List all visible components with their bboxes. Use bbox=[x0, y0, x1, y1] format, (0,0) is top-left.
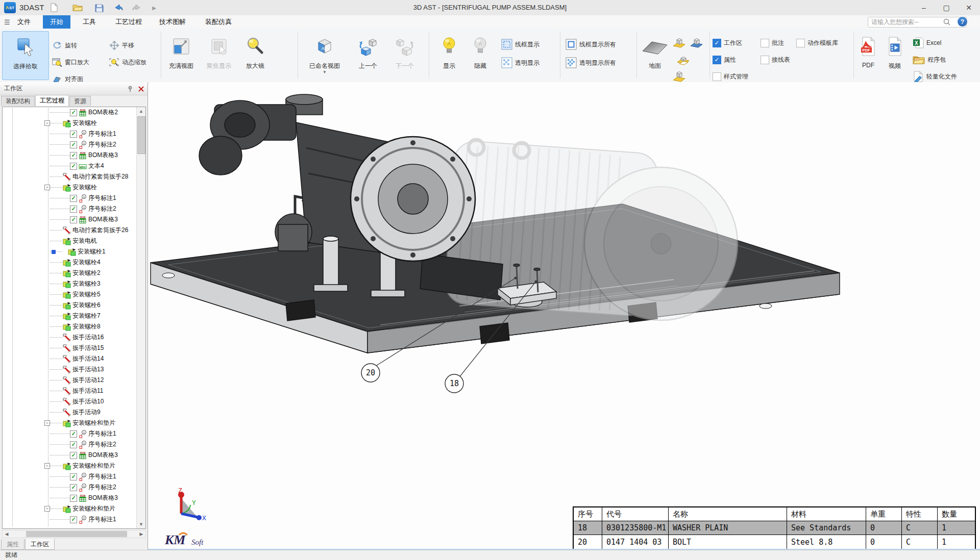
tree-item[interactable]: ✓BOMBOM表格3 bbox=[3, 493, 145, 503]
tree-item[interactable]: −安装螺栓和垫片 bbox=[3, 503, 145, 514]
tree-item[interactable]: ✓1序号标注2 bbox=[3, 139, 145, 150]
wireframe-display-button[interactable]: 线框显示 bbox=[501, 38, 540, 51]
workspace-checkbox[interactable]: ✓ 工作区 bbox=[713, 36, 742, 49]
export-pdf-button[interactable]: PDF PDF bbox=[856, 31, 880, 80]
tab-process-flow[interactable]: 工艺过程 bbox=[35, 95, 69, 106]
previous-view-button[interactable]: 上一个 bbox=[351, 31, 385, 80]
menu-toggle-icon[interactable]: ☰ bbox=[4, 18, 10, 26]
tree-expander[interactable]: − bbox=[44, 185, 50, 190]
export-video-button[interactable]: 视频 bbox=[882, 31, 908, 80]
close-button[interactable]: ✕ bbox=[958, 0, 980, 15]
tree-item-checkbox[interactable]: ✓ bbox=[70, 495, 77, 502]
rotate-button[interactable]: 旋转 bbox=[52, 39, 77, 52]
pin-icon[interactable] bbox=[127, 85, 135, 93]
tree-item[interactable]: 安装螺栓5 bbox=[3, 289, 145, 300]
tab-tech-illustration[interactable]: 技术图解 bbox=[152, 15, 193, 29]
tree-expander[interactable]: − bbox=[44, 120, 50, 126]
tree-item-checkbox[interactable]: ✓ bbox=[70, 195, 77, 202]
ground-style-embed-button[interactable] bbox=[676, 53, 691, 67]
focus-display-button[interactable]: 聚焦显示 bbox=[201, 31, 237, 80]
close-panel-icon[interactable] bbox=[137, 85, 145, 93]
tree-expander[interactable]: − bbox=[44, 420, 50, 426]
tree-item[interactable]: 安装螺栓2 bbox=[3, 268, 145, 278]
action-template-checkbox[interactable]: 动作模板库 bbox=[796, 36, 838, 49]
scroll-up-icon[interactable]: ▲ bbox=[137, 107, 145, 115]
dynamic-zoom-button[interactable]: 动态缩放 bbox=[109, 56, 146, 69]
pan-button[interactable]: 平移 bbox=[109, 39, 134, 52]
tab-process[interactable]: 工艺过程 bbox=[108, 15, 149, 29]
tree-item[interactable]: ✓BOMBOM表格3 bbox=[3, 214, 145, 225]
export-excel-button[interactable]: X Excel bbox=[913, 36, 941, 49]
tree-item-checkbox[interactable]: ✓ bbox=[70, 206, 77, 213]
tree-item[interactable]: 安装螺栓1 bbox=[3, 246, 145, 257]
tree-expander[interactable]: − bbox=[44, 506, 50, 512]
show-button[interactable]: 显示 bbox=[435, 31, 463, 80]
tree-item[interactable]: 安装螺栓4 bbox=[3, 257, 145, 268]
annotation-checkbox[interactable]: 批注 bbox=[761, 36, 784, 49]
tree-item[interactable]: 扳手活动13 bbox=[3, 364, 145, 375]
tree-item[interactable]: 电动拧紧套筒扳手26 bbox=[3, 225, 145, 236]
scrollbar-thumb[interactable] bbox=[26, 531, 127, 537]
search-input[interactable]: 请输入您想搜索─ bbox=[868, 17, 967, 28]
tree-item[interactable]: 电动拧紧套筒扳手28 bbox=[3, 171, 145, 182]
tree-item-checkbox[interactable]: ✓ bbox=[70, 216, 77, 223]
ground-button[interactable]: 地面 bbox=[639, 31, 671, 80]
hide-button[interactable]: 隐藏 bbox=[465, 31, 495, 80]
ground-style-blue-button[interactable] bbox=[689, 36, 704, 50]
tree-item[interactable]: 安装螺栓7 bbox=[3, 311, 145, 321]
ground-style-top-button[interactable] bbox=[672, 69, 687, 84]
bom-row[interactable]: 200147 1404 03BOLTSteel 8.80C1 bbox=[574, 535, 975, 549]
export-lightweight-button[interactable]: 轻量化文件 bbox=[913, 70, 957, 83]
tree-item-checkbox[interactable]: ✓ bbox=[70, 152, 77, 159]
properties-checkbox[interactable]: ✓ 属性 bbox=[713, 53, 736, 66]
tree-item[interactable]: ✓abc文本4 bbox=[3, 161, 145, 171]
tree-item[interactable]: −安装螺栓和垫片 bbox=[3, 418, 145, 428]
tree-item[interactable]: 扳手活动9 bbox=[3, 407, 145, 418]
tree-item[interactable]: ✓BOMBOM表格2 bbox=[3, 107, 145, 118]
transparent-all-button[interactable]: 透明显示所有 bbox=[566, 56, 616, 69]
tree-expander[interactable]: − bbox=[44, 463, 50, 469]
bom-table[interactable]: 序号代号名称材料单重特性数量180301235800-M1WASHER PLAI… bbox=[573, 506, 976, 550]
tree-item-checkbox[interactable]: ✓ bbox=[70, 441, 77, 448]
scroll-down-icon[interactable]: ▼ bbox=[137, 520, 145, 528]
tree-vertical-scrollbar[interactable]: ▲ ▼ bbox=[136, 107, 145, 528]
tree-item[interactable]: ✓BOMBOM表格3 bbox=[3, 150, 145, 161]
wireframe-all-button[interactable]: 线框显示所有 bbox=[566, 38, 616, 51]
tree-item-checkbox[interactable]: ✓ bbox=[70, 484, 77, 491]
tree-item-checkbox[interactable]: ✓ bbox=[70, 109, 77, 116]
named-views-button[interactable]: AB 已命名视图 ▼ bbox=[302, 31, 347, 80]
tree-item-checkbox[interactable]: ✓ bbox=[70, 516, 77, 523]
tab-tools[interactable]: 工具 bbox=[76, 15, 103, 29]
magnifier-button[interactable]: 放大镜 bbox=[239, 31, 272, 80]
tree-item-checkbox[interactable]: ✓ bbox=[70, 452, 77, 459]
transparent-display-button[interactable]: 透明显示 bbox=[501, 56, 540, 69]
tree-item[interactable]: 扳手活动11 bbox=[3, 386, 145, 396]
tree-item[interactable]: 安装螺栓3 bbox=[3, 278, 145, 289]
tab-properties[interactable]: 属性 bbox=[1, 539, 24, 550]
tab-home[interactable]: 开始 bbox=[43, 15, 70, 29]
tree-item[interactable]: 安装螺栓6 bbox=[3, 300, 145, 311]
tree-item-checkbox[interactable]: ✓ bbox=[70, 473, 77, 480]
scroll-right-icon[interactable]: ▶ bbox=[137, 530, 145, 538]
scrollbar-thumb[interactable] bbox=[137, 116, 145, 154]
tree-item[interactable]: −安装螺栓 bbox=[3, 182, 145, 193]
tree-item-checkbox[interactable]: ✓ bbox=[70, 141, 77, 148]
tree-item[interactable]: 扳手活动14 bbox=[3, 353, 145, 364]
tree-item[interactable]: 安装电机 bbox=[3, 236, 145, 246]
minimize-button[interactable]: – bbox=[913, 0, 935, 15]
balloon-18[interactable]: 18 bbox=[445, 374, 463, 393]
tree-item[interactable]: 安装螺栓8 bbox=[3, 321, 145, 332]
tree-item[interactable]: ✓1序号标注1 bbox=[3, 193, 145, 203]
tree-item[interactable]: ✓1序号标注1 bbox=[3, 471, 145, 482]
tree-item[interactable]: 扳手活动10 bbox=[3, 396, 145, 407]
next-view-button[interactable]: 下一个 bbox=[388, 31, 422, 80]
wiring-table-checkbox[interactable]: 接线表 bbox=[761, 53, 790, 66]
window-zoom-button[interactable]: 窗口放大 bbox=[52, 56, 89, 69]
search-icon[interactable] bbox=[943, 18, 950, 27]
tree-item[interactable]: ✓1序号标注2 bbox=[3, 439, 145, 450]
tree-item[interactable]: −安装螺栓和垫片 bbox=[3, 461, 145, 471]
tree-horizontal-scrollbar[interactable]: ◀ ▶ bbox=[2, 530, 146, 538]
fit-view-button[interactable]: 充满视图 bbox=[163, 31, 199, 80]
tree-item-checkbox[interactable]: ✓ bbox=[70, 163, 77, 170]
tree-item[interactable]: ✓1序号标注2 bbox=[3, 203, 145, 214]
